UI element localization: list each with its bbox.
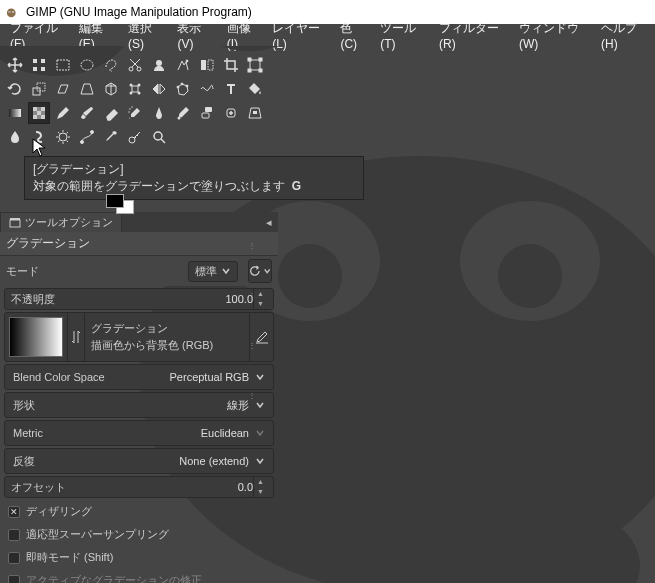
tool-handle-transform[interactable] [124, 78, 146, 100]
svg-point-47 [129, 108, 130, 109]
svg-point-38 [181, 83, 183, 85]
gradient-label: グラデーション [91, 321, 243, 336]
tool-paintbrush[interactable] [76, 102, 98, 124]
offset-slider[interactable]: オフセット 0.0 ▲▼ [4, 476, 274, 498]
tool-blur[interactable] [4, 126, 26, 148]
tool-pencil[interactable] [52, 102, 74, 124]
tool-move[interactable] [4, 54, 26, 76]
tool-perspective-clone[interactable] [244, 102, 266, 124]
shape-label: 形状 [13, 398, 35, 413]
mode-dropdown[interactable]: 標準 [188, 261, 238, 282]
gradient-picker: グラデーション 描画色から背景色 (RGB) [4, 312, 274, 362]
row-instant-mode[interactable]: 即時モード (Shift) [0, 546, 278, 569]
tool-dodge[interactable] [52, 126, 74, 148]
tool-3d-transform[interactable] [100, 78, 122, 100]
tool-warp[interactable] [196, 78, 218, 100]
chevron-down-icon [255, 456, 265, 466]
svg-rect-13 [33, 59, 37, 63]
tool-rotate[interactable] [4, 78, 26, 100]
tool-airbrush[interactable] [124, 102, 146, 124]
tool-crop[interactable] [220, 54, 242, 76]
mode-label: モード [6, 264, 39, 279]
tool-fuzzy-select[interactable] [172, 54, 194, 76]
svg-rect-15 [33, 67, 37, 71]
dock-resize-handle[interactable]: ⋮⋮⋮⋮ [248, 220, 258, 420]
svg-point-59 [154, 132, 162, 140]
tool-flip[interactable] [148, 78, 170, 100]
row-modify-active: アクティブなグラデーションの修正 [0, 569, 278, 583]
svg-rect-61 [10, 218, 20, 220]
offset-stepper[interactable]: ▲▼ [253, 477, 267, 497]
dithering-checkbox[interactable]: ✕ [8, 506, 20, 518]
tool-scissors[interactable] [124, 54, 146, 76]
svg-point-4 [12, 11, 13, 12]
tool-align[interactable] [28, 54, 50, 76]
svg-rect-29 [259, 69, 262, 72]
blend-color-space-select[interactable]: Blend Color Space Perceptual RGB [4, 364, 274, 390]
tool-gradient-alt[interactable] [4, 102, 26, 124]
row-supersampling[interactable]: 適応型スーパーサンプリング [0, 523, 278, 546]
gradient-info[interactable]: グラデーション 描画色から背景色 (RGB) [85, 313, 249, 361]
svg-point-50 [178, 117, 181, 120]
shape-select[interactable]: 形状 線形 [4, 392, 274, 418]
svg-rect-45 [33, 115, 37, 119]
tool-clone[interactable] [196, 102, 218, 124]
opacity-slider[interactable]: 不透明度 100.0 ▲▼ [4, 288, 274, 310]
dock-tabbar: ツールオプション ◂ [0, 212, 278, 232]
tool-eraser[interactable] [100, 102, 122, 124]
tool-mypaint-brush[interactable] [172, 102, 194, 124]
tool-ink[interactable] [148, 102, 170, 124]
svg-point-21 [156, 60, 162, 66]
instant-mode-checkbox[interactable] [8, 552, 20, 564]
tool-rect-select[interactable] [52, 54, 74, 76]
tooltip-shortcut: G [292, 179, 301, 193]
tool-ellipse-select[interactable] [76, 54, 98, 76]
tool-bucket-fill[interactable] [244, 78, 266, 100]
row-mode: モード 標準 [0, 256, 278, 286]
tool-color-picker[interactable] [100, 126, 122, 148]
tab-icon [9, 217, 21, 229]
offset-label: オフセット [11, 480, 66, 495]
tool-zoom[interactable] [148, 126, 170, 148]
svg-point-20 [137, 67, 141, 71]
row-dithering[interactable]: ✕ ディザリング [0, 500, 278, 523]
svg-point-18 [81, 60, 93, 70]
tool-options-dock: ツールオプション ◂ グラデーション モード 標準 不透明度 100.0 ▲▼ … [0, 212, 278, 583]
tab-tool-options[interactable]: ツールオプション [0, 212, 122, 232]
tool-heal[interactable] [220, 102, 242, 124]
tool-path[interactable] [76, 126, 98, 148]
tool-shear[interactable] [52, 78, 74, 100]
tool-measure[interactable] [124, 126, 146, 148]
svg-point-11 [278, 244, 342, 308]
panel-title: グラデーション [0, 232, 278, 256]
tool-scale[interactable] [28, 78, 50, 100]
svg-rect-16 [41, 67, 45, 71]
supersampling-label: 適応型スーパーサンプリング [26, 527, 169, 542]
fg-color-swatch[interactable] [106, 194, 124, 208]
opacity-label: 不透明度 [11, 292, 55, 307]
svg-rect-36 [132, 86, 138, 92]
tool-gradient[interactable] [28, 102, 50, 124]
tool-by-color-select[interactable] [196, 54, 218, 76]
metric-value: Euclidean [201, 427, 249, 439]
dock-menu-icon[interactable]: ◂ [260, 214, 278, 231]
offset-value: 0.0 [238, 481, 253, 493]
tool-foreground-select[interactable] [148, 54, 170, 76]
supersampling-checkbox[interactable] [8, 529, 20, 541]
tool-grid [4, 54, 261, 148]
tool-perspective[interactable] [76, 78, 98, 100]
repeat-value: None (extend) [179, 455, 249, 467]
tool-unified-transform[interactable] [244, 54, 266, 76]
svg-rect-27 [259, 58, 262, 61]
tool-free-select[interactable] [100, 54, 122, 76]
gradient-reverse-button[interactable] [67, 313, 85, 361]
gradient-preview[interactable] [9, 317, 63, 357]
repeat-select[interactable]: 反復 None (extend) [4, 448, 274, 474]
tool-cage[interactable] [172, 78, 194, 100]
svg-point-55 [59, 133, 67, 141]
tool-smudge[interactable] [28, 126, 50, 148]
tool-text[interactable] [220, 78, 242, 100]
chevron-down-icon [255, 428, 265, 438]
shape-value: 線形 [227, 398, 249, 413]
svg-rect-17 [57, 60, 69, 70]
